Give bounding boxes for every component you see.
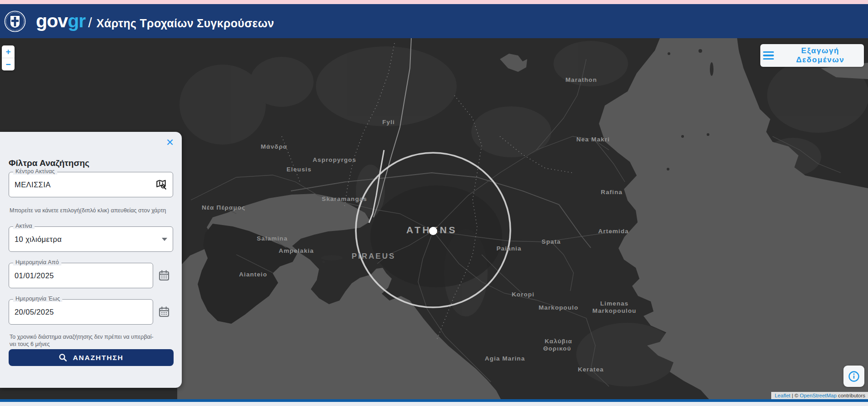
date-to-label: Ημερομηνία Έως [13,296,62,302]
map-zoom-control: + − [2,45,15,70]
page-title: Χάρτης Τροχαίων Συγκρούσεων [96,17,274,30]
panel-title: Φίλτρα Αναζήτησης [9,158,90,168]
search-button[interactable]: ΑΝΑΖΗΤΗΣΗ [9,349,174,366]
radius-label: Ακτίνα [13,223,35,229]
date-from-field: Ημερομηνία Από [9,263,153,288]
date-to-field: Ημερομηνία Έως [9,299,153,325]
zoom-in-button[interactable]: + [2,45,15,58]
footer-strip [0,402,868,406]
greece-emblem-logo [4,10,26,32]
calendar-to-icon[interactable] [158,306,170,318]
top-accent-strip [0,0,868,4]
radius-center-helper: Μπορείτε να κάνετε επιλογή(διπλό κλικ) α… [10,207,172,214]
brand-separator: / [88,15,92,30]
chevron-down-icon[interactable] [162,238,167,241]
search-filters-panel: × Φίλτρα Αναζήτησης Κέντρο Ακτίνας Μπορε… [0,132,182,388]
search-button-label: ΑΝΑΖΗΤΗΣΗ [73,354,124,362]
date-to-input[interactable] [15,308,147,316]
map-search-icon[interactable] [155,179,167,190]
osm-link[interactable]: OpenStreetMap [800,393,837,398]
radius-center-label: Κέντρο Ακτίνας [13,168,57,175]
date-from-label: Ημερομηνία Από [13,259,61,266]
app-header: govgr / Χάρτης Τροχαίων Συγκρούσεων [0,4,868,38]
date-from-input[interactable] [15,271,147,280]
leaflet-link[interactable]: Leaflet [775,393,791,398]
date-range-warning: Το χρονικό διάστημα αναζήτησης δεν πρέπε… [10,333,172,348]
radius-center-input[interactable] [15,180,155,189]
radius-select-field[interactable]: Ακτίνα [9,226,173,252]
export-data-button[interactable]: Εξαγωγή Δεδομένων [760,44,864,67]
attribution-divider: | [792,393,793,398]
calendar-from-icon[interactable] [158,269,170,282]
map-attribution: Leaflet | © OpenStreetMap contributors [771,392,868,399]
info-button[interactable] [843,366,864,387]
brand-gr: gr [68,10,85,32]
info-icon [848,371,860,382]
brand: govgr / Χάρτης Τροχαίων Συγκρούσεων [36,10,274,32]
search-icon [59,353,67,362]
zoom-out-button[interactable]: − [2,58,15,70]
radius-select-value[interactable] [15,235,162,244]
radius-center-field: Κέντρο Ακτίνας [9,172,173,197]
close-panel-button[interactable]: × [164,135,176,149]
copyright-symbol: © [794,393,798,398]
brand-gov: gov [36,10,68,32]
export-data-label: Εξαγωγή Δεδομένων [779,46,861,65]
attribution-suffix: contributors [838,393,865,398]
menu-icon [763,51,774,60]
radius-center-marker[interactable] [429,227,437,235]
